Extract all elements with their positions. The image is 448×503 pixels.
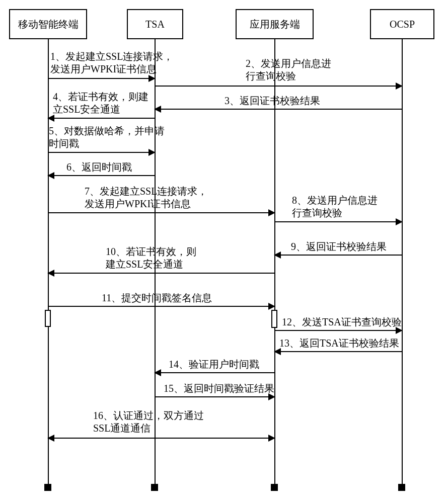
arrow-11 [48, 306, 274, 307]
arrow-10 [48, 273, 274, 274]
msg-16-label: 16、认证通过，双方通过 SSL通道通信 [93, 409, 204, 435]
participant-label: OCSP [390, 18, 415, 30]
lifeline-ocsp [402, 39, 403, 488]
msg-2-label: 2、发送用户信息进 行查询校验 [246, 57, 331, 82]
msg-13-label: 13、返回TSA证书校验结果 [279, 337, 399, 350]
arrow-8 [275, 221, 402, 222]
arrow-14 [155, 372, 274, 373]
msg-14-label: 14、验证用户时间戳 [169, 358, 259, 371]
activation-server [271, 310, 277, 328]
participant-terminal: 移动智能终端 [9, 9, 87, 39]
msg-8-label: 8、发送用户信息进 行查询校验 [292, 194, 378, 219]
msg-11-label: 11、提交时间戳签名信息 [102, 292, 212, 304]
participant-label: 移动智能终端 [18, 18, 79, 30]
lifeline-terminal [48, 39, 49, 488]
msg-6-label: 6、返回时间戳 [66, 161, 132, 174]
participant-label: TSA [145, 18, 165, 30]
arrow-12 [275, 330, 402, 331]
arrow-9 [275, 255, 402, 256]
msg-5-label: 5、对数据做哈希，并申请 时间戳 [49, 125, 165, 150]
participant-label: 应用服务端 [250, 18, 300, 30]
arrow-7 [48, 212, 274, 213]
msg-4-label: 4、若证书有效，则建 立SSL安全通道 [53, 91, 148, 116]
msg-9-label: 9、返回证书校验结果 [291, 240, 387, 253]
msg-12-label: 12、发送TSA证书查询校验 [282, 316, 402, 328]
arrow-3 [155, 109, 402, 110]
participant-server: 应用服务端 [236, 9, 314, 39]
arrow-2 [155, 86, 402, 87]
arrow-4 [48, 118, 155, 119]
arrow-1 [48, 78, 155, 79]
arrow-13 [275, 351, 402, 352]
msg-1-label: 1、发起建立SSL连接请求， 发送用户WPKI证书信息 [50, 50, 173, 75]
participant-ocsp: OCSP [370, 9, 434, 39]
msg-7-label: 7、发起建立SSL连接请求， 发送用户WPKI证书信息 [85, 185, 207, 210]
arrow-16 [48, 438, 274, 439]
msg-3-label: 3、返回证书校验结果 [225, 95, 320, 107]
arrow-15 [155, 396, 274, 397]
lifeline-end [398, 484, 405, 491]
msg-10-label: 10、若证书有效，则 建立SSL安全通道 [106, 245, 196, 271]
lifeline-end [271, 484, 278, 491]
sequence-diagram: 移动智能终端 TSA 应用服务端 OCSP 1、发起建立SSL连接请求， 发送用… [0, 0, 448, 503]
arrow-6 [48, 175, 155, 176]
participant-tsa: TSA [127, 9, 183, 39]
msg-15-label: 15、返回时间戳验证结果 [164, 382, 274, 395]
activation-terminal [45, 310, 51, 327]
arrow-5 [48, 152, 155, 153]
lifeline-end [151, 484, 158, 491]
lifeline-end [44, 484, 51, 491]
